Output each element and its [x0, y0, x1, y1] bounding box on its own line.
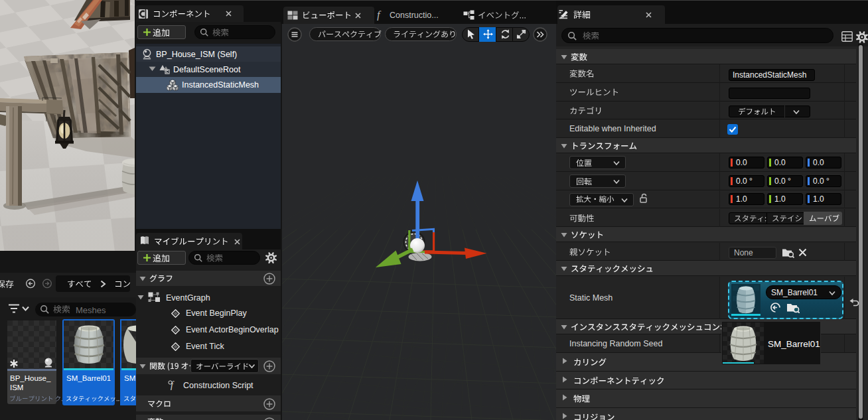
svg-text:f: f	[171, 380, 175, 390]
svg-text:f: f	[377, 9, 382, 21]
